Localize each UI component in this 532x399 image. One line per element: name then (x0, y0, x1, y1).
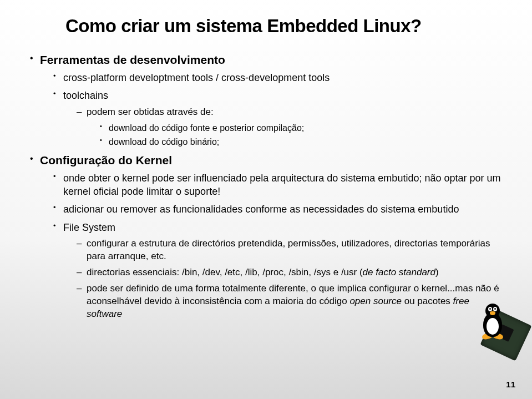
page-number: 11 (506, 380, 515, 389)
content-list: Ferramentas de desenvolvimento cross-pla… (27, 53, 505, 321)
sub-item: adicionar ou remover as funcionalidades … (50, 203, 505, 216)
text: ) (435, 267, 439, 277)
sublist: onde obter o kernel pode ser influenciad… (50, 171, 505, 321)
text: ou pacotes (402, 296, 453, 306)
tux-icon (475, 299, 509, 344)
bullet-label: Ferramentas de desenvolvimento (40, 53, 225, 66)
sub-item: cross-platform developtment tools / cros… (50, 71, 505, 84)
sub-item: download do código binário; (98, 136, 505, 148)
sub-item: podem ser obtidas através de: download d… (74, 106, 505, 148)
slide: Como criar um sistema Embedded Linux? Fe… (0, 0, 532, 349)
sub-item: configurar a estrutura de directórios pr… (74, 238, 505, 263)
bullet-label: Configuração do Kernel (40, 154, 172, 166)
sublist: cross-platform developtment tools / cros… (50, 71, 505, 148)
text: podem ser obtidas através de: (87, 107, 214, 117)
slide-title: Como criar um sistema Embedded Linux? (65, 16, 505, 37)
sub-item: pode ser definido de uma forma totalment… (74, 282, 505, 321)
text: File System (63, 222, 115, 233)
sub-item: onde obter o kernel pode ser influenciad… (50, 171, 505, 199)
sublist: podem ser obtidas através de: download d… (74, 106, 505, 148)
sub-item-toolchains: toolchains podem ser obtidas através de:… (50, 89, 505, 148)
tux-chip-illustration (475, 299, 525, 366)
text-italic: de facto standard (363, 267, 435, 277)
bullet-ferramentas: Ferramentas de desenvolvimento cross-pla… (27, 53, 505, 148)
sublist: download do código fonte e posterior com… (98, 122, 505, 148)
sub-item-filesystem: File System configurar a estrutura de di… (50, 221, 505, 321)
text-italic: open source (349, 296, 402, 306)
sub-item: directorias essenciais: /bin, /dev, /etc… (74, 266, 505, 279)
bullet-kernel: Configuração do Kernel onde obter o kern… (27, 154, 505, 321)
text: directorias essenciais: /bin, /dev, /etc… (87, 267, 363, 277)
sublist: configurar a estrutura de directórios pr… (74, 238, 505, 321)
sub-item: download do código fonte e posterior com… (98, 122, 505, 134)
text: toolchains (63, 90, 108, 101)
